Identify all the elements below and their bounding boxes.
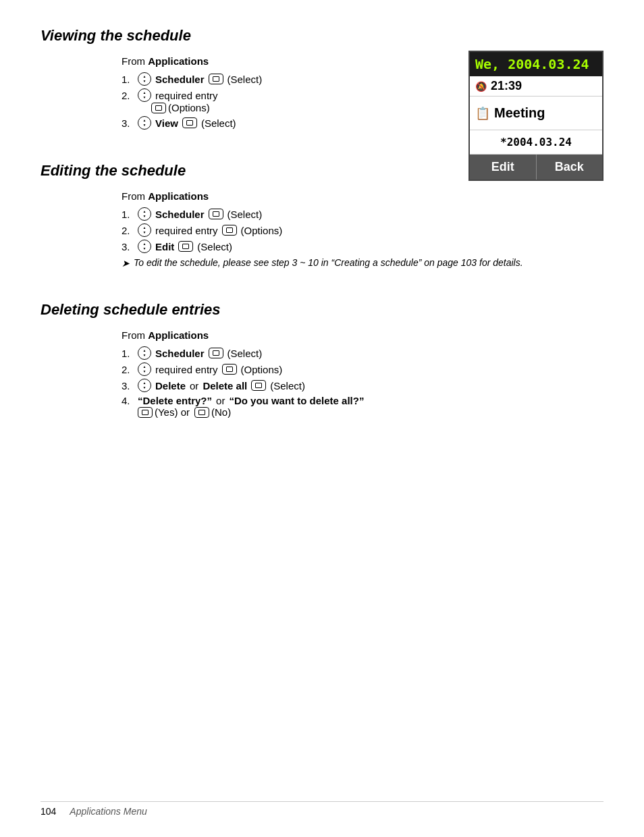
note-arrow-icon: ➤	[122, 258, 130, 269]
footer-page-num: 104	[41, 806, 56, 817]
footer-section-label: Applications Menu	[70, 806, 146, 817]
phone-meeting: Meeting	[494, 105, 545, 121]
section-deleting-title: Deleting schedule entries	[41, 301, 603, 319]
del-step-1-label: Scheduler	[155, 348, 205, 359]
page-content: Viewing the schedule From Applications 1…	[0, 0, 644, 491]
del-step-4-sub: (Yes) or (No)	[122, 406, 603, 418]
del-step-num-2: 2.	[122, 364, 134, 375]
edit-step-2: 2. required entry (Options)	[122, 223, 603, 237]
meeting-icon: 📋	[475, 106, 490, 121]
phone-header: We, 2004.03.24	[470, 52, 602, 76]
edit-step-2-after: (Options)	[241, 225, 283, 236]
del-step-2-text: required entry	[155, 364, 218, 375]
nav-icon-1	[138, 72, 151, 86]
del-step-3-label2: Delete all	[203, 380, 247, 392]
edit-nav-icon-1	[138, 207, 151, 221]
nav-icon-2	[138, 88, 151, 102]
step-num-2: 2.	[122, 90, 134, 101]
del-step-4-quote1: “Delete entry?”	[138, 395, 212, 406]
edit-step-3-after: (Select)	[197, 241, 232, 252]
del-softkey-yes	[138, 407, 153, 418]
step-1-after: (Select)	[227, 74, 263, 85]
edit-step-3: 3. Edit (Select)	[122, 240, 603, 253]
phone-date: *2004.03.24	[500, 136, 572, 148]
phone-time-row: 🔕 21:39	[470, 76, 602, 97]
editing-note: ➤ To edit the schedule, please see step …	[122, 257, 603, 269]
phone-edit-btn[interactable]: Edit	[470, 155, 537, 180]
step-3-after: (Select)	[201, 117, 236, 129]
del-step-num-1: 1.	[122, 348, 134, 359]
del-step-4: 4. “Delete entry?” or “Do you want to de…	[122, 395, 603, 406]
phone-back-btn[interactable]: Back	[537, 155, 603, 180]
del-step-4-yes: (Yes) or	[155, 406, 190, 418]
edit-step-1-label: Scheduler	[155, 209, 205, 220]
softkey-icon-2sub	[151, 103, 166, 113]
edit-softkey-3	[178, 241, 193, 252]
del-step-num-3: 3.	[122, 380, 134, 392]
footer: 104 Applications Menu	[41, 801, 603, 817]
edit-step-num-2: 2.	[122, 225, 134, 236]
from-applications-deleting: From Applications	[122, 329, 603, 341]
step-3-label: View	[155, 117, 178, 129]
del-nav-icon-2	[138, 362, 151, 376]
step-num-3: 3.	[122, 117, 134, 129]
phone-time: 21:39	[491, 79, 522, 93]
edit-softkey-1	[209, 209, 223, 219]
softkey-icon-1	[209, 74, 223, 84]
del-nav-icon-3	[138, 379, 151, 392]
del-step-2-after: (Options)	[241, 364, 283, 375]
del-step-1: 1. Scheduler (Select)	[122, 346, 603, 360]
edit-step-2-text: required entry	[155, 225, 218, 236]
section-deleting: Deleting schedule entries From Applicati…	[41, 301, 603, 418]
nav-icon-3	[138, 116, 151, 130]
edit-step-3-label: Edit	[155, 241, 174, 252]
section-viewing-title: Viewing the schedule	[41, 27, 603, 45]
alarm-icon: 🔕	[475, 81, 487, 92]
step-num-1: 1.	[122, 74, 134, 85]
phone-buttons-row: Edit Back	[470, 155, 602, 180]
del-softkey-2	[222, 364, 237, 375]
del-step-3: 3. Delete or Delete all (Select)	[122, 379, 603, 392]
del-step-3-label1: Delete	[155, 380, 186, 392]
del-step-2: 2. required entry (Options)	[122, 362, 603, 376]
editing-note-text: To edit the schedule, please see step 3 …	[134, 257, 523, 268]
del-step-4-no: (No)	[211, 406, 231, 418]
del-softkey-1	[209, 348, 223, 358]
del-softkey-no	[194, 407, 209, 418]
del-step-num-4: 4.	[122, 395, 134, 406]
edit-step-1: 1. Scheduler (Select)	[122, 207, 603, 221]
del-step-3-after: (Select)	[270, 380, 305, 392]
del-step-1-after: (Select)	[227, 348, 263, 359]
phone-date-row: *2004.03.24	[470, 130, 602, 155]
step-1-label: Scheduler	[155, 74, 205, 85]
del-step-4-mid: or	[216, 395, 225, 406]
edit-softkey-2	[222, 225, 237, 236]
step-2-sub-text: (Options)	[168, 102, 210, 113]
step-2-text: required entry	[155, 90, 218, 101]
edit-nav-icon-2	[138, 223, 151, 237]
edit-step-1-after: (Select)	[227, 209, 263, 220]
del-softkey-3	[251, 380, 266, 391]
edit-step-num-1: 1.	[122, 209, 134, 220]
edit-step-num-3: 3.	[122, 241, 134, 252]
del-nav-icon-1	[138, 346, 151, 360]
phone-meeting-row: 📋 Meeting	[470, 97, 602, 130]
del-step-4-quote2: “Do you want to delete all?”	[229, 395, 364, 406]
softkey-icon-3	[182, 117, 197, 128]
from-applications-editing: From Applications	[122, 190, 603, 202]
del-step-3-mid: or	[190, 380, 198, 392]
edit-nav-icon-3	[138, 240, 151, 253]
phone-screenshot: We, 2004.03.24 🔕 21:39 📋 Meeting *2004.0…	[468, 51, 603, 181]
